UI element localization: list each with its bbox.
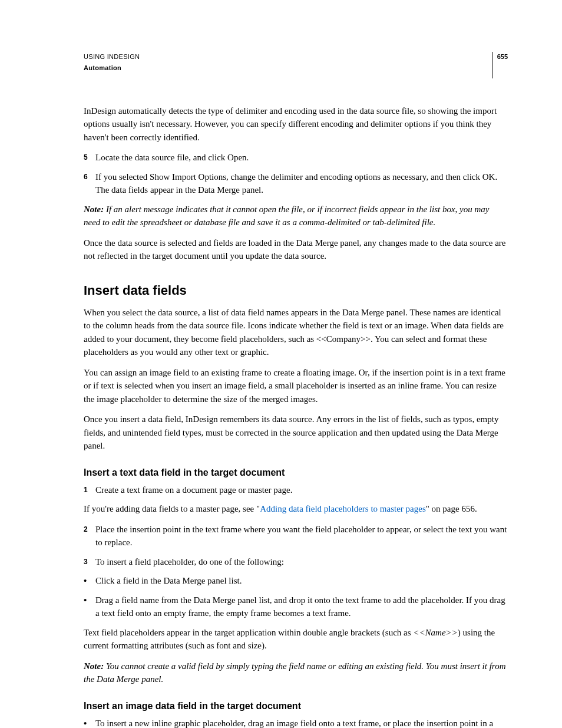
placeholder-example: <<Name>>	[413, 628, 457, 637]
bullet-list: • To insert a new inline graphic placeho…	[84, 717, 508, 729]
master-pages-link[interactable]: Adding data field placeholders to master…	[260, 504, 426, 513]
steps-list: 5 Locate the data source file, and click…	[84, 151, 508, 197]
bullet-text: Click a field in the Data Merge panel li…	[95, 574, 508, 588]
step-number: 1	[84, 483, 95, 497]
note-label: Note:	[84, 205, 104, 214]
step-item: 6 If you selected Show Import Options, c…	[84, 170, 508, 197]
step-item: 2 Place the insertion point in the text …	[84, 523, 508, 549]
note-text: You cannot create a valid field by simpl…	[84, 661, 505, 684]
text-suffix: " on page 656.	[426, 504, 477, 513]
step-number: 3	[84, 555, 95, 569]
paragraph: When you select the data source, a list …	[84, 306, 508, 359]
step-text: If you selected Show Import Options, cha…	[95, 170, 508, 197]
bullet-icon: •	[84, 574, 95, 588]
intro-paragraph: InDesign automatically detects the type …	[84, 104, 508, 144]
step-number: 2	[84, 523, 95, 549]
placeholder-format-paragraph: Text field placeholders appear in the ta…	[84, 626, 508, 653]
text-prefix: If you're adding data fields to a master…	[84, 504, 260, 513]
steps-list: 2 Place the insertion point in the text …	[84, 523, 508, 569]
page-header: USING INDESIGN Automation 655	[84, 52, 508, 78]
step-item: 1 Create a text frame on a document page…	[84, 483, 508, 497]
text-prefix: Text field placeholders appear in the ta…	[84, 628, 413, 637]
bullet-list: • Click a field in the Data Merge panel …	[84, 574, 508, 620]
heading-insert-data-fields: Insert data fields	[84, 281, 508, 300]
paragraph: You can assign an image field to an exis…	[84, 366, 508, 406]
doc-section: Automation	[84, 63, 140, 73]
page-number: 655	[492, 52, 508, 78]
list-item: • To insert a new inline graphic placeho…	[84, 717, 508, 729]
step-text: Place the insertion point in the text fr…	[95, 523, 508, 549]
note-text: If an alert message indicates that it ca…	[84, 205, 490, 228]
paragraph: Once you insert a data field, InDesign r…	[84, 413, 508, 453]
step-item: 3 To insert a field placeholder, do one …	[84, 555, 508, 569]
step-text: To insert a field placeholder, do one of…	[95, 555, 508, 569]
bullet-icon: •	[84, 594, 95, 620]
paragraph: Once the data source is selected and fie…	[84, 236, 508, 263]
list-item: • Click a field in the Data Merge panel …	[84, 574, 508, 588]
heading-insert-text-field: Insert a text data field in the target d…	[84, 466, 508, 480]
bullet-text: To insert a new inline graphic placehold…	[95, 717, 508, 729]
doc-title: USING INDESIGN	[84, 52, 140, 62]
step-item: 5 Locate the data source file, and click…	[84, 151, 508, 164]
step-number: 5	[84, 151, 95, 164]
bullet-text: Drag a field name from the Data Merge pa…	[95, 594, 508, 620]
step-text: Locate the data source file, and click O…	[95, 151, 508, 164]
heading-insert-image-field: Insert an image data field in the target…	[84, 699, 508, 713]
master-page-note: If you're adding data fields to a master…	[84, 502, 508, 516]
note-paragraph: Note: If an alert message indicates that…	[84, 203, 508, 229]
steps-list: 1 Create a text frame on a document page…	[84, 483, 508, 497]
step-text: Create a text frame on a document page o…	[95, 483, 508, 497]
step-number: 6	[84, 170, 95, 197]
bullet-icon: •	[84, 717, 95, 729]
note-label: Note:	[84, 661, 104, 671]
note-paragraph: Note: You cannot create a valid field by…	[84, 660, 508, 686]
list-item: • Drag a field name from the Data Merge …	[84, 594, 508, 620]
